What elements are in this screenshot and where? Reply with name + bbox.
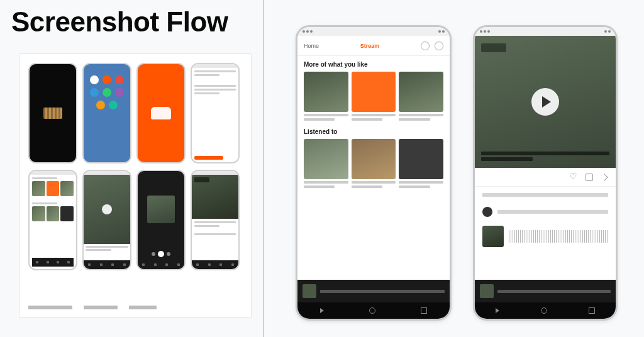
action-bar — [475, 168, 616, 187]
text-line — [194, 92, 219, 94]
system-nav-bar — [297, 302, 450, 319]
album-art-icon — [43, 108, 62, 119]
cast-icon[interactable] — [421, 41, 430, 50]
back-icon[interactable] — [320, 308, 324, 313]
track-card[interactable] — [352, 72, 396, 121]
track-art-icon — [482, 226, 504, 247]
track-card[interactable] — [399, 139, 443, 188]
play-button[interactable] — [531, 88, 559, 116]
phone-mock-feed — [28, 170, 77, 270]
home-icon[interactable] — [541, 307, 547, 314]
app-icon — [90, 75, 99, 84]
caption-row — [28, 306, 157, 309]
flow-row-2 — [28, 170, 242, 270]
artist-name — [497, 210, 608, 214]
app-icon — [109, 101, 118, 109]
text-line — [194, 70, 236, 72]
app-icon — [103, 88, 111, 97]
now-playing-bar[interactable] — [475, 280, 616, 302]
phone-mock-signin — [191, 63, 240, 163]
app-icon — [115, 75, 124, 84]
text-line — [32, 177, 57, 179]
phone-large-player — [473, 25, 618, 321]
caption-item — [84, 306, 118, 309]
header-tab-active[interactable]: Stream — [360, 43, 380, 49]
primary-button — [194, 156, 223, 160]
meta-line — [482, 193, 608, 197]
system-nav-bar — [475, 302, 616, 319]
app-header: Home Stream — [297, 36, 450, 56]
section-listened: Listened to — [297, 123, 450, 191]
soundcloud-logo-icon — [151, 107, 171, 119]
track-card[interactable] — [304, 139, 348, 188]
track-row[interactable] — [475, 221, 616, 252]
text-line — [194, 85, 236, 87]
now-playing-art-icon — [303, 284, 316, 298]
phone-mock-homescreen — [82, 63, 131, 163]
vertical-divider — [263, 0, 264, 337]
now-playing-bar[interactable] — [297, 280, 450, 302]
repost-icon[interactable] — [586, 174, 593, 181]
hero-title — [481, 152, 609, 155]
flow-grid-panel — [19, 53, 252, 318]
share-icon[interactable] — [601, 174, 608, 180]
home-icon[interactable] — [369, 307, 375, 314]
section-title: Listened to — [304, 128, 443, 135]
phone-large-feed: Home Stream More of what you like Listen… — [296, 25, 452, 321]
hero-subtitle — [481, 157, 533, 161]
app-icon — [90, 88, 99, 97]
artist-avatar-icon — [482, 207, 492, 217]
player-hero[interactable] — [475, 36, 616, 168]
hero-caption — [481, 152, 609, 163]
like-icon[interactable] — [569, 174, 577, 181]
section-more-like: More of what you like — [297, 56, 450, 123]
phone-mock-player-dark — [136, 170, 186, 270]
text-line — [32, 202, 57, 204]
detail-panel: Home Stream More of what you like Listen… — [296, 13, 635, 333]
app-icon — [103, 75, 111, 84]
now-playing-art-icon — [480, 284, 494, 298]
text-line — [194, 74, 219, 76]
app-icon-grid — [84, 64, 130, 121]
section-title: More of what you like — [304, 61, 443, 68]
play-icon — [542, 96, 551, 108]
header-title: Home — [304, 43, 319, 49]
track-card[interactable] — [352, 139, 396, 188]
caption-item — [28, 306, 72, 309]
status-bar — [475, 27, 616, 36]
page-title: Screenshot Flow — [11, 6, 228, 38]
phone-mock-player-card — [191, 170, 240, 270]
app-icon — [115, 88, 124, 97]
now-playing-title — [497, 290, 611, 293]
phone-mock-player-hero — [82, 170, 131, 270]
recents-icon[interactable] — [421, 307, 427, 314]
status-bar — [297, 27, 450, 36]
recents-icon[interactable] — [589, 307, 595, 314]
waveform-icon — [509, 230, 608, 243]
now-playing-title — [320, 290, 445, 293]
track-card[interactable] — [304, 72, 348, 121]
artist-row[interactable] — [475, 203, 616, 221]
app-icon — [96, 101, 105, 109]
track-card[interactable] — [399, 72, 443, 121]
phone-mock-lockscreen — [28, 63, 77, 163]
back-icon[interactable] — [496, 308, 499, 313]
track-meta — [475, 187, 616, 203]
phone-mock-splash — [136, 63, 186, 163]
flow-row-1 — [28, 63, 242, 163]
profile-icon[interactable] — [435, 41, 443, 50]
caption-item — [129, 306, 157, 309]
text-line — [194, 89, 236, 91]
